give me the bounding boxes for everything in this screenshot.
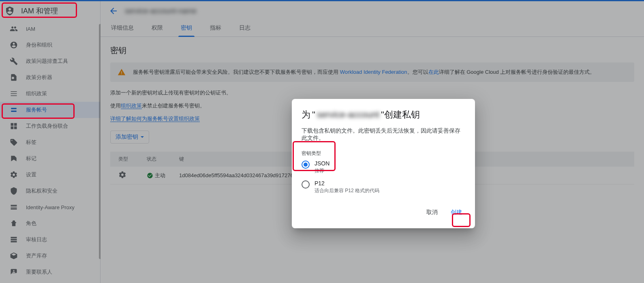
radio-main-label: P12 — [315, 180, 379, 187]
key-type-option-json[interactable]: JSON推荐 — [302, 160, 465, 174]
create-key-dialog: 为 "service-account "创建私钥 下载包含私钥的文件。此密钥丢失… — [292, 99, 475, 228]
radio-sub-label: 适合向后兼容 P12 格式的代码 — [315, 187, 379, 194]
cancel-button[interactable]: 取消 — [423, 206, 441, 219]
dialog-title-account-name: service-account — [317, 109, 379, 120]
radio-main-label: JSON — [315, 160, 329, 167]
dialog-title-prefix: 为 — [302, 109, 310, 121]
dialog-title-suffix: "创建私钥 — [381, 109, 420, 121]
radio-icon — [302, 161, 310, 169]
radio-icon — [302, 180, 310, 189]
dialog-title: 为 "service-account "创建私钥 — [302, 109, 465, 121]
create-button[interactable]: 创建 — [447, 206, 465, 219]
dialog-description: 下载包含私钥的文件。此密钥丢失后无法恢复，因此请妥善保存此文件。 — [302, 127, 465, 142]
radio-sub-label: 推荐 — [315, 167, 329, 174]
key-type-option-p12[interactable]: P12适合向后兼容 P12 格式的代码 — [302, 180, 465, 194]
key-type-label: 密钥类型 — [302, 150, 465, 157]
dialog-actions: 取消 创建 — [302, 206, 465, 219]
